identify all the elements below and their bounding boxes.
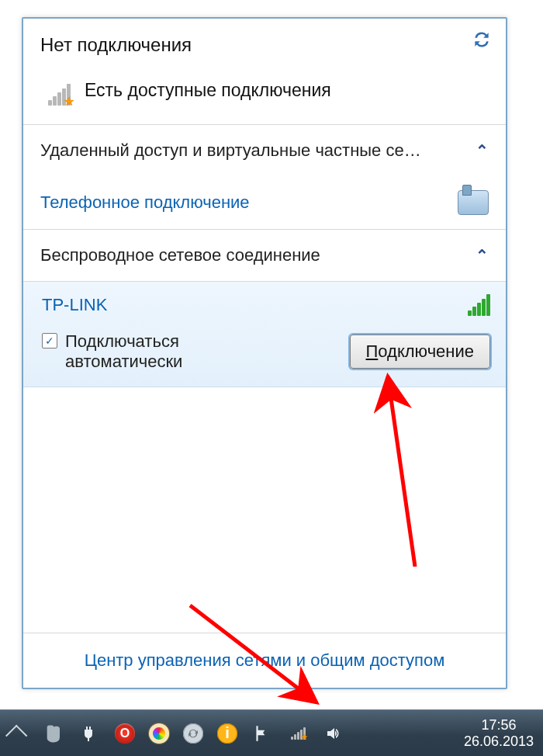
system-tray: i bbox=[8, 723, 344, 744]
flyout-header: Нет подключения bbox=[23, 19, 506, 64]
signal-bars-warning-icon bbox=[48, 75, 71, 106]
tray-opera-icon[interactable] bbox=[115, 723, 135, 744]
tray-volume-icon[interactable] bbox=[323, 723, 344, 744]
phone-connection-item[interactable]: Телефонное подключение bbox=[23, 176, 506, 229]
connect-button[interactable]: Подключение bbox=[350, 335, 491, 369]
wifi-network-row[interactable]: TP-LINK bbox=[40, 291, 492, 327]
refresh-icon bbox=[472, 29, 492, 50]
taskbar: i 17:56 26.06.2013 bbox=[0, 709, 543, 756]
dialup-vpn-section-title: Удаленный доступ и виртуальные частные с… bbox=[40, 140, 421, 161]
tray-network-icon[interactable] bbox=[287, 723, 309, 744]
connection-status-title: Нет подключения bbox=[40, 34, 489, 56]
tray-overflow-button[interactable] bbox=[8, 723, 29, 744]
wifi-network-name: TP-LINK bbox=[42, 295, 107, 315]
dialup-vpn-section-header[interactable]: Удаленный доступ и виртуальные частные с… bbox=[23, 125, 506, 176]
tray-info-icon[interactable]: i bbox=[217, 723, 237, 744]
signal-bars-full-icon bbox=[468, 294, 490, 316]
wifi-action-row: ✓ Подключаться автоматически Подключение bbox=[40, 327, 492, 377]
refresh-button[interactable] bbox=[472, 29, 492, 50]
wifi-network-panel: TP-LINK ✓ Подключаться автоматически Под… bbox=[23, 281, 506, 387]
wireless-section-header[interactable]: Беспроводное сетевое соединение ⌃ bbox=[23, 230, 506, 281]
auto-connect-checkbox[interactable]: ✓ bbox=[42, 333, 57, 349]
phone-modem-icon bbox=[458, 190, 489, 215]
taskbar-date: 26.06.2013 bbox=[464, 733, 534, 750]
phone-connection-label: Телефонное подключение bbox=[40, 192, 250, 213]
network-sharing-center-link[interactable]: Центр управления сетями и общим доступом bbox=[23, 633, 506, 688]
tray-evernote-icon[interactable] bbox=[43, 723, 65, 744]
available-connections-text: Есть доступные подключения bbox=[85, 80, 331, 101]
network-flyout: Нет подключения Есть доступные подключен… bbox=[22, 17, 507, 689]
chevron-up-icon bbox=[5, 724, 27, 746]
tray-paint-icon[interactable] bbox=[149, 723, 169, 744]
tray-sync-icon[interactable] bbox=[183, 723, 203, 744]
chevron-up-icon: ⌃ bbox=[476, 246, 489, 265]
tray-power-icon[interactable] bbox=[79, 723, 101, 744]
tray-action-center-icon[interactable] bbox=[251, 723, 273, 744]
chevron-up-icon: ⌃ bbox=[476, 141, 489, 160]
wireless-section-title: Беспроводное сетевое соединение bbox=[40, 245, 320, 265]
signal-bars-warning-icon bbox=[291, 727, 306, 740]
empty-space bbox=[23, 387, 506, 633]
taskbar-time: 17:56 bbox=[464, 717, 534, 733]
available-connections-row: Есть доступные подключения bbox=[23, 64, 506, 124]
taskbar-clock[interactable]: 17:56 26.06.2013 bbox=[459, 717, 534, 749]
auto-connect-label: Подключаться автоматически bbox=[65, 331, 267, 373]
auto-connect-checkbox-wrap[interactable]: ✓ Подключаться автоматически bbox=[42, 331, 267, 373]
